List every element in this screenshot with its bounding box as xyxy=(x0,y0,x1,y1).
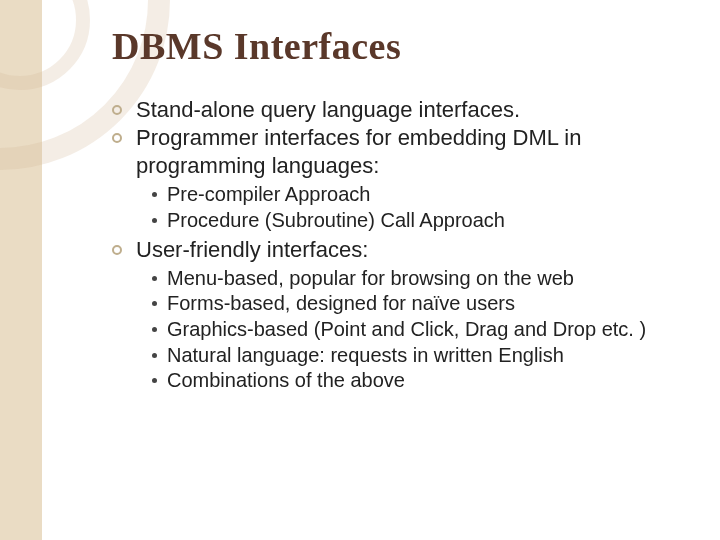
list-item: Combinations of the above xyxy=(152,368,688,394)
ring-bullet-icon xyxy=(112,133,122,143)
list-item-text: Procedure (Subroutine) Call Approach xyxy=(167,208,505,234)
ring-bullet-icon xyxy=(112,245,122,255)
list-item-text: Pre-compiler Approach xyxy=(167,182,370,208)
list-item-text: User-friendly interfaces: xyxy=(136,236,368,264)
list-item-text: Programmer interfaces for embedding DML … xyxy=(136,124,688,180)
ring-bullet-icon xyxy=(112,105,122,115)
dot-bullet-icon xyxy=(152,218,157,223)
list-item-text: Graphics-based (Point and Click, Drag an… xyxy=(167,317,646,343)
list-item-text: Menu-based, popular for browsing on the … xyxy=(167,266,574,292)
list-item: Menu-based, popular for browsing on the … xyxy=(152,266,688,292)
dot-bullet-icon xyxy=(152,301,157,306)
bullet-list-level2: Menu-based, popular for browsing on the … xyxy=(112,266,688,394)
list-item: Procedure (Subroutine) Call Approach xyxy=(152,208,688,234)
list-item: Programmer interfaces for embedding DML … xyxy=(112,124,688,180)
bullet-list-level2: Pre-compiler Approach Procedure (Subrout… xyxy=(112,182,688,233)
list-item-text: Combinations of the above xyxy=(167,368,405,394)
slide-content: DBMS Interfaces Stand-alone query langua… xyxy=(42,0,720,540)
list-item: Stand-alone query language interfaces. xyxy=(112,96,688,124)
list-item: User-friendly interfaces: xyxy=(112,236,688,264)
slide-title: DBMS Interfaces xyxy=(112,24,688,68)
dot-bullet-icon xyxy=(152,192,157,197)
bullet-list-level1: Stand-alone query language interfaces. P… xyxy=(112,96,688,394)
list-item-text: Stand-alone query language interfaces. xyxy=(136,96,520,124)
list-item-text: Forms-based, designed for naïve users xyxy=(167,291,515,317)
dot-bullet-icon xyxy=(152,327,157,332)
list-item: Forms-based, designed for naïve users xyxy=(152,291,688,317)
list-item: Natural language: requests in written En… xyxy=(152,343,688,369)
list-item: Graphics-based (Point and Click, Drag an… xyxy=(152,317,688,343)
dot-bullet-icon xyxy=(152,378,157,383)
dot-bullet-icon xyxy=(152,276,157,281)
list-item-text: Natural language: requests in written En… xyxy=(167,343,564,369)
dot-bullet-icon xyxy=(152,353,157,358)
list-item: Pre-compiler Approach xyxy=(152,182,688,208)
